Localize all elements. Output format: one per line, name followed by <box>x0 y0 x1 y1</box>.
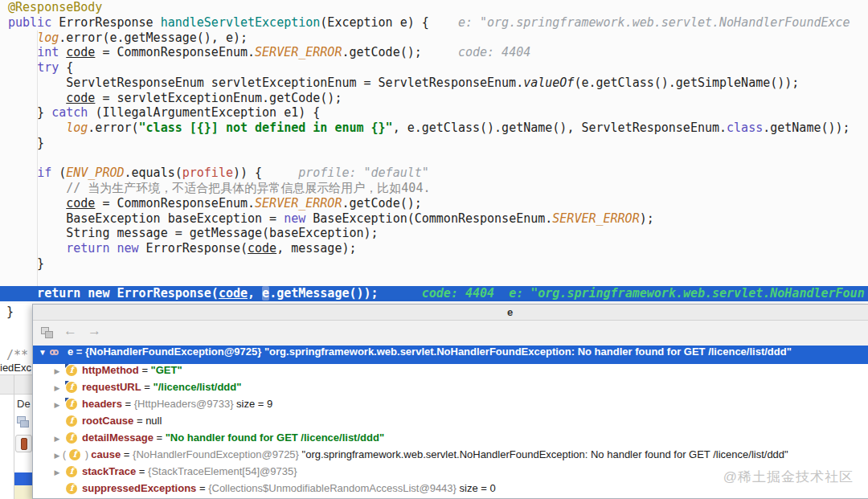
code-segment <box>8 60 37 75</box>
code-segment: .getCode(); <box>342 196 421 211</box>
variable-row[interactable]: ▶frequestURL = "/licence/list/ddd" <box>33 381 868 398</box>
threads-icon[interactable] <box>15 435 32 452</box>
code-line[interactable] <box>0 151 868 166</box>
variable-row[interactable]: ▶frootCause = null <box>33 415 868 432</box>
code-segment: .getMessage()); <box>269 286 378 301</box>
code-line[interactable]: } <box>0 136 868 151</box>
current-execution-line[interactable]: return new ErrorResponse(code, e.getMess… <box>0 286 868 301</box>
code-segment <box>379 286 422 301</box>
forward-arrow-icon[interactable]: → <box>88 323 101 339</box>
variable-name: rootCause <box>82 415 133 427</box>
expand-triangle-icon[interactable]: ▶ <box>51 367 63 375</box>
expand-triangle-icon[interactable]: ▶ <box>51 452 63 460</box>
copy-icon[interactable] <box>41 327 54 338</box>
code-line[interactable]: } <box>0 256 868 272</box>
selected-variable-text: e = {NoHandlerFoundException@9725} "org.… <box>68 346 792 358</box>
paren-decoration: ( <box>63 449 66 460</box>
expand-triangle-icon[interactable]: ▶ <box>51 401 63 409</box>
code-segment: try <box>37 60 66 75</box>
collapse-triangle-icon[interactable]: ▼ <box>39 348 50 357</box>
code-segment <box>8 31 37 45</box>
code-line[interactable]: code = servletExceptionEnum.getCode(); <box>0 91 868 106</box>
code-segment: code: 4404 <box>422 45 530 59</box>
variable-row[interactable]: ▶fheaders = {HttpHeaders@9733} size = 9 <box>33 398 868 415</box>
equals-sign: = <box>136 465 148 477</box>
code-segment: handleServletException <box>161 15 321 30</box>
code-line[interactable]: public ErrorResponse handleServletExcept… <box>0 15 868 31</box>
code-line[interactable]: return new ErrorResponse(code, message); <box>0 241 868 256</box>
code-segment: = CommonResponseEnum. <box>95 196 255 211</box>
expand-triangle-icon[interactable]: ▶ <box>51 384 63 392</box>
variable-row[interactable]: ▶(f) cause = {NoHandlerFoundException@97… <box>33 448 868 465</box>
variable-value: null <box>145 415 162 427</box>
code-segment: catch <box>51 105 95 120</box>
code-segment: ErrorResponse <box>59 15 160 30</box>
variable-value: {NoHandlerFoundException@9725} <box>133 448 299 460</box>
debugger-tab-partial[interactable]: De <box>17 398 31 410</box>
expand-triangle-icon[interactable]: ▶ <box>51 468 63 477</box>
code-segment: code <box>248 241 276 256</box>
field-icon: f <box>66 399 77 410</box>
code-line[interactable]: code = CommonResponseEnum.SERVER_ERROR.g… <box>0 196 868 211</box>
variable-name: httpMethod <box>82 364 139 376</box>
popup-title-bar[interactable]: e <box>33 305 868 321</box>
code-segment: .error(e.getMessage(), e); <box>59 31 248 45</box>
code-segment: code <box>219 286 248 301</box>
code-line[interactable] <box>0 272 868 287</box>
variable-value: {Collections$UnmodifiableRandomAccessLis… <box>208 482 457 494</box>
frames-icon[interactable] <box>17 416 31 429</box>
watermark: @稀土掘金技术社区 <box>723 468 854 486</box>
field-icon: f <box>66 466 77 477</box>
code-line[interactable]: log.error(e.getMessage(), e); <box>0 31 868 46</box>
code-line[interactable]: // 当为生产环境，不适合把具体的异常信息展示给用户，比如404. <box>0 181 868 196</box>
code-line[interactable]: if (ENV_PROD.equals(profile)) { profile:… <box>0 166 868 181</box>
code-segment: code <box>66 196 95 211</box>
code-segment: valueOf <box>523 76 574 90</box>
selected-frame-fragment[interactable] <box>14 472 34 485</box>
code-segment: BaseException baseException = <box>8 211 284 226</box>
code-line[interactable]: BaseException baseException = new BaseEx… <box>0 211 868 227</box>
code-segment: } <box>8 256 44 271</box>
variable-value: size = 9 <box>233 398 272 410</box>
code-segment: SERVER_ERROR <box>552 211 639 226</box>
indent-guide <box>37 31 38 286</box>
code-closing-brace: } <box>6 305 14 319</box>
code-segment: )) { <box>233 166 262 180</box>
code-segment: { <box>66 60 73 75</box>
code-line[interactable]: } catch (IllegalArgumentException e1) { <box>0 105 868 121</box>
code-segment: log <box>37 31 59 45</box>
code-comment-start: /** <box>6 348 28 362</box>
code-segment: ); <box>640 211 654 226</box>
code-segment: String message = getMessage(baseExceptio… <box>8 226 379 240</box>
code-line[interactable]: @ResponseBody <box>0 0 868 15</box>
variable-value: "No handler found for GET /licence/list/… <box>166 432 384 444</box>
code-line[interactable]: String message = getMessage(baseExceptio… <box>0 226 868 241</box>
code-line[interactable]: try { <box>0 60 868 76</box>
expand-triangle-icon[interactable]: ▶ <box>51 435 63 443</box>
variable-row[interactable]: ▶fhttpMethod = "GET" <box>33 364 868 381</box>
equals-sign: = <box>141 381 154 393</box>
code-editor[interactable]: @ResponseBodypublic ErrorResponse handle… <box>0 0 868 304</box>
variable-name: suppressedExceptions <box>82 482 196 494</box>
back-arrow-icon[interactable]: ← <box>63 323 77 339</box>
field-icon: f <box>66 382 77 393</box>
variable-value: {StackTraceElement[54]@9735} <box>148 465 297 477</box>
code-segment: e: "org.springframework.web.servlet.NoHa… <box>429 15 850 30</box>
popup-title: e <box>507 306 513 318</box>
code-segment: .equals( <box>125 166 182 180</box>
code-segment: profile: "default" <box>262 166 429 180</box>
field-icon: f <box>66 483 77 494</box>
code-line[interactable]: int code = CommonResponseEnum.SERVER_ERR… <box>0 45 868 60</box>
code-segment: .getName()); <box>763 121 850 135</box>
selected-variable-row[interactable]: ▼e = {NoHandlerFoundException@9725} "org… <box>33 346 868 364</box>
variable-row[interactable]: ▶fdetailMessage = "No handler found for … <box>33 432 868 448</box>
library-frame-fragment[interactable] <box>14 485 34 499</box>
code-line[interactable]: ServletResponseEnum servletExceptionEnum… <box>0 76 868 91</box>
field-icon: f <box>66 365 77 376</box>
code-segment: public <box>8 15 59 30</box>
code-segment: if <box>37 166 59 180</box>
code-segment: return new <box>66 241 145 256</box>
variable-value: {HttpHeaders@9733} <box>134 398 234 410</box>
code-line[interactable]: log.error("class [{}] not defined in enu… <box>0 121 868 136</box>
equals-sign: = <box>139 364 151 376</box>
